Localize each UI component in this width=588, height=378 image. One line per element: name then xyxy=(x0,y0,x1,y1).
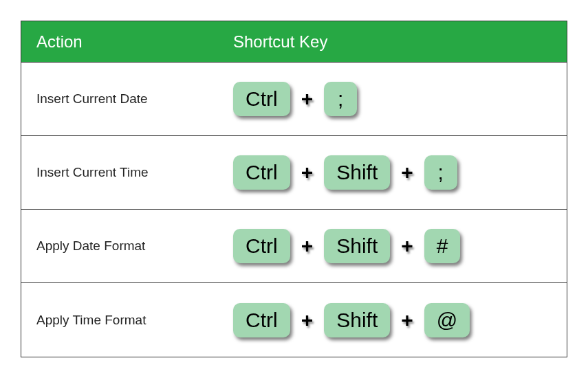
plus-icon: + xyxy=(398,161,416,184)
plus-icon: + xyxy=(298,87,316,111)
plus-icon: + xyxy=(398,309,416,332)
plus-icon: + xyxy=(298,161,316,184)
table-header: Action Shortcut Key xyxy=(21,21,567,63)
key-cap: Ctrl xyxy=(233,155,290,190)
table-row: Insert Current Time Ctrl + Shift + ; xyxy=(21,136,567,210)
shortcut-keys: Ctrl + Shift + ; xyxy=(233,136,567,209)
plus-icon: + xyxy=(398,234,416,258)
key-cap: Ctrl xyxy=(233,303,290,337)
key-cap: Ctrl xyxy=(233,229,290,263)
plus-icon: + xyxy=(298,234,316,258)
action-label: Insert Current Date xyxy=(21,63,233,135)
table-row: Apply Date Format Ctrl + Shift + # xyxy=(21,210,567,283)
plus-icon: + xyxy=(298,309,316,332)
table-row: Insert Current Date Ctrl + ; xyxy=(21,63,567,136)
action-label: Apply Time Format xyxy=(21,283,233,357)
header-action: Action xyxy=(21,21,233,62)
key-cap: ; xyxy=(324,82,357,116)
key-cap: Ctrl xyxy=(233,82,290,116)
action-label: Apply Date Format xyxy=(21,210,233,282)
key-cap: Shift xyxy=(324,229,390,263)
shortcut-keys: Ctrl + Shift + # xyxy=(233,210,567,282)
key-cap: Shift xyxy=(324,155,390,190)
header-shortcut: Shortcut Key xyxy=(233,21,567,62)
key-cap: # xyxy=(424,229,461,263)
key-cap: ; xyxy=(424,155,457,190)
key-cap: Shift xyxy=(324,303,390,337)
table-row: Apply Time Format Ctrl + Shift + @ xyxy=(21,283,567,357)
shortcut-keys: Ctrl + Shift + @ xyxy=(233,283,567,357)
shortcuts-table: Action Shortcut Key Insert Current Date … xyxy=(21,21,567,357)
key-cap: @ xyxy=(424,303,470,337)
shortcut-keys: Ctrl + ; xyxy=(233,63,567,135)
action-label: Insert Current Time xyxy=(21,136,233,209)
